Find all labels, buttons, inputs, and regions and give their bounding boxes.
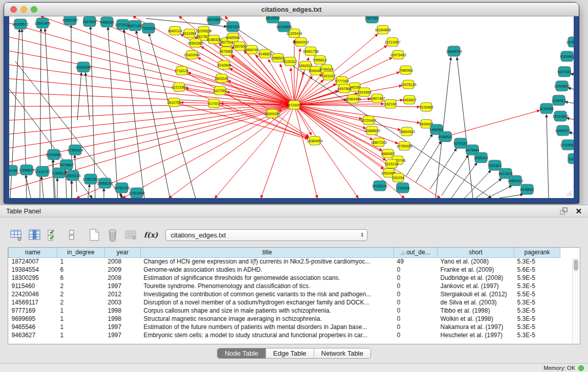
table-cell[interactable]: 0: [394, 282, 438, 290]
table-row[interactable]: 946554611997Estimation of the future num…: [9, 323, 560, 331]
window-titlebar[interactable]: citations_edges.txt: [4, 3, 579, 16]
new-table-icon[interactable]: [86, 228, 102, 242]
close-icon[interactable]: ✕: [575, 207, 582, 215]
table-row[interactable]: 1456911722003Disruption of a novel membe…: [9, 298, 560, 307]
table-cell[interactable]: 5.5E-5: [514, 290, 560, 298]
table-cell[interactable]: 2012: [105, 290, 141, 298]
column-header-title[interactable]: title: [141, 248, 394, 257]
table-cell[interactable]: 1: [57, 257, 105, 266]
table-cell[interactable]: Nakamura et al. (1997): [438, 323, 514, 331]
network-canvas[interactable]: 1872400786601248912954132260589827505818…: [9, 16, 574, 198]
vertical-scrollbar[interactable]: [572, 258, 579, 343]
column-header-short[interactable]: short: [438, 248, 514, 257]
table-cell[interactable]: Yano et al. (2008): [438, 257, 514, 266]
table-cell[interactable]: 0: [394, 331, 438, 339]
column-header-year[interactable]: year: [105, 248, 141, 257]
table-cell[interactable]: 5.3E-5: [514, 323, 560, 331]
table-cell[interactable]: 5.3E-5: [514, 315, 560, 323]
select-columns-icon[interactable]: ✔✔: [46, 228, 61, 242]
show-column-icon[interactable]: [27, 228, 42, 242]
table-cell[interactable]: Corpus callosum shape and size in male p…: [141, 307, 394, 315]
minimize-window-icon[interactable]: [20, 6, 27, 13]
table-selector-dropdown[interactable]: citations_edges.txt ▲▼: [165, 229, 367, 241]
table-cell[interactable]: Changes of HCN gene expression and I(f) …: [141, 257, 394, 266]
table-cell[interactable]: 9777169: [9, 307, 57, 315]
table-cell[interactable]: 9465546: [9, 323, 57, 331]
table-cell[interactable]: Tibbo et al. (1998): [438, 307, 514, 315]
column-header-out_de[interactable]: △ out_de...: [394, 248, 438, 257]
table-cell[interactable]: Tourette syndrome. Phenomenology and cla…: [141, 282, 394, 290]
import-table-icon[interactable]: [123, 228, 139, 242]
table-cell[interactable]: 0: [394, 323, 438, 331]
table-cell[interactable]: 5.3E-5: [514, 307, 560, 315]
table-cell[interactable]: 0: [394, 274, 438, 282]
close-window-icon[interactable]: [10, 6, 17, 13]
table-cell[interactable]: Estimation of the future numbers of pati…: [141, 323, 394, 331]
table-cell[interactable]: Jankovic et al. (1997): [438, 282, 514, 290]
table-cell[interactable]: 22420046: [9, 290, 57, 298]
table-cell[interactable]: 5.6E-5: [514, 266, 560, 274]
table-cell[interactable]: 9463627: [9, 331, 57, 339]
tab-node-table[interactable]: Node Table: [217, 348, 266, 358]
column-header-name[interactable]: name: [9, 248, 57, 257]
table-cell[interactable]: Franke et al. (2009): [438, 266, 514, 274]
table-row[interactable]: 911546021997Tourette syndrome. Phenomeno…: [9, 282, 560, 290]
table-cell[interactable]: 1: [57, 331, 105, 339]
table-cell[interactable]: 19384554: [9, 266, 57, 274]
table-cell[interactable]: 5.3E-5: [514, 298, 560, 307]
table-cell[interactable]: 6: [57, 266, 105, 274]
table-cell[interactable]: 2008: [105, 257, 141, 266]
table-cell[interactable]: 2008: [105, 274, 141, 282]
table-cell[interactable]: 5.3E-5: [514, 282, 560, 290]
column-header-in_degree[interactable]: in_degree: [57, 248, 105, 257]
table-cell[interactable]: 5.3E-5: [514, 257, 560, 266]
table-cell[interactable]: 0: [394, 307, 438, 315]
table-cell[interactable]: 1: [57, 323, 105, 331]
table-cell[interactable]: Dudbridge et al. (2008): [438, 274, 514, 282]
table-cell[interactable]: 5.3E-5: [514, 331, 560, 339]
table-cell[interactable]: 18724007: [9, 257, 57, 266]
table-cell[interactable]: 0: [394, 298, 438, 307]
row-options-icon[interactable]: [64, 228, 79, 242]
scrollbar-thumb[interactable]: [574, 259, 578, 271]
table-cell[interactable]: 9699695: [9, 315, 57, 323]
resize-grip-icon[interactable]: [564, 189, 573, 197]
table-cell[interactable]: 1: [57, 315, 105, 323]
table-cell[interactable]: 5.9E-5: [514, 274, 560, 282]
delete-table-icon[interactable]: [105, 228, 120, 242]
table-cell[interactable]: 0: [394, 315, 438, 323]
float-window-icon[interactable]: [560, 207, 568, 215]
table-settings-icon[interactable]: ⚙: [9, 228, 24, 242]
table-cell[interactable]: 1997: [105, 323, 141, 331]
table-row[interactable]: 977716911998Corpus callosum shape and si…: [9, 307, 560, 315]
zoom-window-icon[interactable]: [31, 6, 37, 13]
table-cell[interactable]: Investigating the contribution of common…: [141, 290, 394, 298]
table-cell[interactable]: 1997: [105, 282, 141, 290]
table-cell[interactable]: Structural magnetic resonance image aver…: [141, 315, 394, 323]
table-row[interactable]: 946362711997Embryonic stem cells: a mode…: [9, 331, 560, 339]
table-row[interactable]: 1872400712008Changes of HCN gene express…: [9, 257, 560, 266]
table-cell[interactable]: 2009: [105, 266, 141, 274]
table-cell[interactable]: 2: [57, 298, 105, 307]
table-cell[interactable]: Genome-wide association studies in ADHD.: [141, 266, 394, 274]
tab-network-table[interactable]: Network Table: [314, 348, 371, 358]
tab-edge-table[interactable]: Edge Table: [266, 348, 314, 358]
table-row[interactable]: 2242004622012Investigating the contribut…: [9, 290, 560, 298]
table-cell[interactable]: Wolkin et al. (1998): [438, 315, 514, 323]
citation-network-graph[interactable]: 1872400786601248912954132260589827505818…: [9, 16, 574, 198]
table-row[interactable]: 1830029562008Estimation of significance …: [9, 274, 560, 282]
table-cell[interactable]: 2: [57, 282, 105, 290]
column-header-pagerank[interactable]: pagerank: [514, 248, 560, 257]
table-cell[interactable]: de Silva et al. (2003): [438, 298, 514, 307]
table-cell[interactable]: 14569117: [9, 298, 57, 307]
table-row[interactable]: 1938455462009Genome-wide association stu…: [9, 266, 560, 274]
table-cell[interactable]: 1998: [105, 315, 141, 323]
table-cell[interactable]: 0: [394, 290, 438, 298]
table-cell[interactable]: 6: [57, 274, 105, 282]
table-cell[interactable]: 1: [57, 307, 105, 315]
table-cell[interactable]: Stergiakouli et al. (2012): [438, 290, 514, 298]
table-cell[interactable]: Hescheler et al. (1997): [438, 331, 514, 339]
table-cell[interactable]: 18300295: [9, 274, 57, 282]
table-cell[interactable]: 9115460: [9, 282, 57, 290]
table-cell[interactable]: 0: [394, 266, 438, 274]
